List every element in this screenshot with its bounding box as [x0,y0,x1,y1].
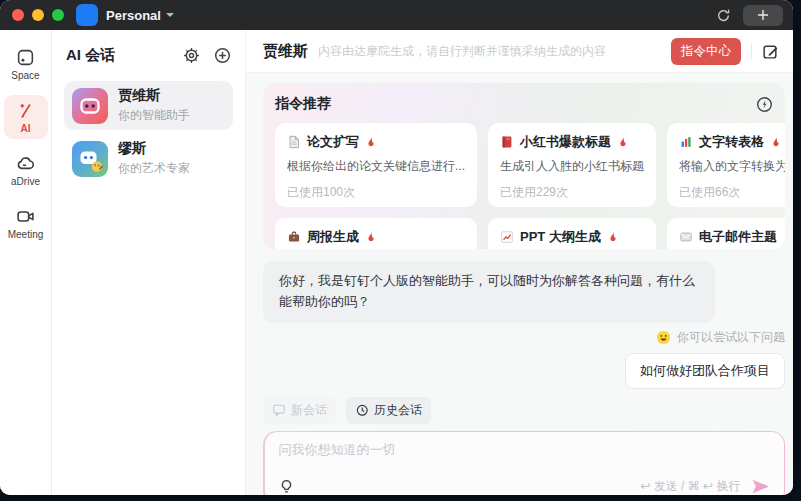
suggested-question-button[interactable]: 如何做好团队合作项目 [625,353,785,389]
flame-hot-icon [365,231,377,244]
conversation-item-muse[interactable]: 缪斯 你的艺术专家 [64,134,233,183]
smiley-emoji-icon [656,330,671,345]
rail-item-label: Meeting [8,229,44,240]
traffic-lights [12,9,64,21]
rail-item-adrive[interactable]: aDrive [4,148,48,192]
chat-actions: 新会话 历史会话 [263,397,785,424]
prompt-card-usage: 已使用229次 [500,184,644,201]
chat-main: 贾维斯 内容由达摩院生成，请自行判断并谨慎采纳生成的内容 指令中心 指令推荐 [246,30,793,495]
red-book-icon [500,135,514,149]
workspace-name: Personal [106,8,161,23]
close-window-button[interactable] [12,9,24,21]
conversation-item-jarvis[interactable]: 贾维斯 你的智能助手 [64,81,233,130]
muse-avatar [72,141,108,177]
line-chart-icon [500,230,514,244]
prompt-recommendation-panel: 指令推荐 论文扩写 根据你给出的论文关键信息进行... [263,83,785,249]
prompt-card[interactable]: 周报生成 [275,218,477,249]
history-clock-icon [355,403,369,417]
jarvis-avatar [72,88,108,124]
refresh-icon[interactable] [716,8,731,23]
message-input[interactable] [279,441,770,478]
rail-item-meeting[interactable]: Meeting [4,201,48,245]
prompt-card[interactable]: 小红书爆款标题 生成引人入胜的小红书标题 已使用229次 [488,123,656,207]
conversation-name: 贾维斯 [118,87,190,105]
flame-hot-icon [365,136,377,149]
assistant-message-bubble: 你好，我是钉钉个人版的智能助手，可以随时为你解答各种问题，有什么能帮助你的吗？ [263,261,715,323]
nav-rail: Space AI aDrive Meeting [0,30,52,495]
workspace-switcher[interactable]: Personal [106,8,174,23]
prompt-card-desc: 生成引人入胜的小红书标题 [500,158,644,175]
suggestion-tip-row: 你可以尝试以下问题 [263,329,785,346]
conversation-desc: 你的艺术专家 [118,160,190,177]
settings-gear-icon[interactable] [183,47,200,64]
prompt-card[interactable]: 论文扩写 根据你给出的论文关键信息进行... 已使用100次 [275,123,477,207]
suggestion-tip-label: 你可以尝试以下问题 [677,329,785,346]
rail-item-label: Space [11,70,39,81]
lightbulb-icon[interactable] [279,479,294,495]
conversation-name: 缪斯 [118,140,190,158]
divider [751,43,752,59]
history-button[interactable]: 历史会话 [346,397,431,424]
prompt-card-usage: 已使用66次 [679,184,785,201]
sidebar-title: AI 会话 [66,46,115,65]
chat-title: 贾维斯 [263,42,308,61]
flame-hot-icon [783,231,785,244]
zoom-window-button[interactable] [52,9,64,21]
minimize-window-button[interactable] [32,9,44,21]
compose-edit-icon[interactable] [762,43,779,60]
new-conversation-plus-icon[interactable] [214,47,231,64]
ai-magic-pen-icon [16,101,35,120]
ai-disclaimer: 内容由达摩院生成，请自行判断并谨慎采纳生成的内容 [318,43,606,60]
conversation-sidebar: AI 会话 贾维斯 你的智能助手 [52,30,246,495]
titlebar: Personal [0,0,793,30]
prompt-card-usage: 已使用100次 [287,184,465,201]
plus-icon [757,9,769,21]
chat-bubble-icon [272,403,286,417]
prompt-card-desc: 根据你给出的论文关键信息进行... [287,158,465,175]
composer: ↩ 发送 / ⌘ ↩ 换行 [265,432,784,495]
send-button[interactable] [751,478,770,495]
panel-title: 指令推荐 [275,95,331,113]
prompt-cards-grid: 论文扩写 根据你给出的论文关键信息进行... 已使用100次 小红书爆款标题 [275,123,773,249]
rail-item-ai[interactable]: AI [4,95,48,139]
app-logo [76,4,98,26]
rail-item-label: AI [21,123,31,134]
cloud-icon [16,154,35,173]
video-camera-icon [16,207,35,226]
chevron-down-icon [166,13,174,17]
flame-hot-icon [617,136,629,149]
briefcase-icon [287,230,301,244]
space-icon [16,48,35,67]
chat-header: 贾维斯 内容由达摩院生成，请自行判断并谨慎采纳生成的内容 指令中心 [246,30,793,73]
send-shortcut-hint: ↩ 发送 / ⌘ ↩ 换行 [640,478,740,495]
rail-item-space[interactable]: Space [4,42,48,86]
new-chat-button[interactable]: 新会话 [263,397,336,424]
command-center-button[interactable]: 指令中心 [671,38,741,65]
document-icon [287,135,301,149]
flame-hot-icon [607,231,619,244]
app-window: Personal Space AI [0,0,793,495]
composer-border: ↩ 发送 / ⌘ ↩ 换行 [263,431,785,495]
chat-scroll-area[interactable]: 指令推荐 论文扩写 根据你给出的论文关键信息进行... [246,73,793,495]
mail-icon [679,230,693,244]
new-tab-button[interactable] [743,5,783,26]
prompt-card[interactable]: PPT 大纲生成 [488,218,656,249]
rail-item-label: aDrive [11,176,40,187]
conversation-desc: 你的智能助手 [118,107,190,124]
prompt-card-desc: 将输入的文字转换为表格 [679,158,785,175]
refresh-prompts-icon[interactable] [756,96,773,113]
prompt-card[interactable]: 电子邮件主题 [667,218,785,249]
bar-chart-icon [679,135,693,149]
prompt-card[interactable]: 文字转表格 将输入的文字转换为表格 已使用66次 [667,123,785,207]
flame-hot-icon [770,136,782,149]
